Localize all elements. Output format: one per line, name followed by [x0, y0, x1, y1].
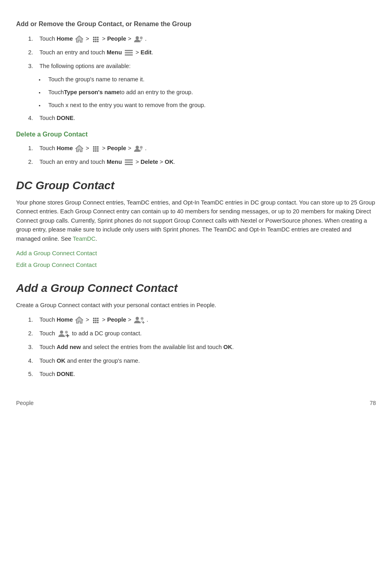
svg-point-30 [97, 318, 99, 319]
step-2-touch-entry-edit: 2. Touch an entry and touch Menu > Edit. [28, 48, 376, 57]
home-icon [75, 35, 83, 43]
svg-rect-11 [125, 50, 133, 51]
svg-point-7 [95, 41, 97, 42]
dc-people-icon [134, 316, 146, 324]
people-icon [134, 35, 144, 43]
add-gc-step-3: 3. Touch Add new and select the entries … [28, 343, 376, 352]
home-icon-2 [75, 145, 83, 152]
svg-point-9 [136, 36, 139, 39]
add-gc-step-2: 2. Touch to add a DC group contact. [28, 329, 376, 338]
svg-point-42 [65, 331, 68, 333]
svg-point-18 [95, 148, 97, 150]
bullet-add-entry: Touch Type person's name to add an entry… [39, 88, 376, 97]
bullet-remove-entry: Touch x next to the entry you want to re… [39, 101, 376, 110]
apps-icon-2 [92, 145, 100, 152]
svg-point-22 [97, 150, 99, 152]
svg-point-10 [140, 37, 143, 39]
dc-intro-text: Your phone stores Group Connect entries,… [16, 198, 376, 243]
svg-point-41 [60, 331, 63, 334]
svg-point-31 [93, 320, 95, 321]
svg-point-20 [93, 150, 95, 152]
section-title-dc-group: DC Group Contact [16, 177, 376, 194]
svg-point-4 [95, 39, 97, 40]
section-title-add-remove: Add or Remove the Group Contact, or Rena… [16, 19, 376, 29]
svg-rect-26 [125, 162, 133, 163]
svg-point-0 [93, 37, 95, 38]
people-icon-2 [134, 145, 144, 153]
svg-point-5 [97, 39, 99, 40]
add-gc-step-1: 1. Touch Home > > People > [28, 316, 376, 324]
bullet-list-step3: Touch the group's name to rename it. Tou… [16, 75, 376, 110]
link-add-group-connect[interactable]: Add a Group Connect Contact [16, 249, 376, 258]
apps-icon-3 [92, 316, 100, 324]
svg-point-3 [93, 39, 95, 40]
step-1-home-people: 1. Touch Home > > People > [28, 35, 376, 43]
add-gc-step-4: 4. Touch OK and enter the group's name. [28, 357, 376, 366]
apps-icon [92, 35, 100, 43]
svg-point-21 [95, 150, 97, 152]
svg-point-6 [93, 41, 95, 42]
svg-point-37 [136, 317, 139, 320]
svg-point-14 [93, 146, 95, 148]
delete-step-1: 1. Touch Home > > People > [28, 144, 376, 153]
svg-rect-12 [125, 52, 133, 53]
teamdc-link[interactable]: TeamDC [73, 236, 95, 242]
svg-point-8 [97, 41, 99, 42]
svg-point-29 [95, 318, 97, 319]
svg-point-2 [97, 37, 99, 38]
add-gc-intro: Create a Group Connect contact with your… [16, 301, 376, 310]
svg-point-36 [97, 322, 99, 323]
menu-icon [124, 49, 133, 56]
delete-step-2: 2. Touch an entry and touch Menu > Delet… [28, 158, 376, 167]
svg-point-24 [140, 146, 143, 149]
svg-point-34 [93, 322, 95, 323]
menu-icon-2 [124, 159, 133, 166]
steps-add-remove: 1. Touch Home > > People > [16, 35, 376, 70]
add-group-connect-link[interactable]: Add a Group Connect Contact [16, 250, 97, 256]
footer-left: People [16, 399, 34, 407]
step-4-done: 4. Touch DONE. [16, 114, 376, 123]
svg-point-38 [141, 317, 144, 320]
svg-point-35 [95, 322, 97, 323]
section-title-add-gc: Add a Group Connect Contact [16, 280, 376, 297]
svg-point-19 [97, 148, 99, 150]
link-edit-group-connect[interactable]: Edit a Group Connect Contact [16, 260, 376, 270]
svg-point-32 [95, 320, 97, 321]
bullet-rename: Touch the group's name to rename it. [39, 75, 376, 84]
svg-point-23 [136, 146, 139, 149]
add-dc-group-icon [58, 329, 69, 338]
home-icon-3 [75, 316, 83, 324]
svg-rect-25 [125, 159, 133, 161]
svg-point-1 [95, 37, 97, 38]
add-gc-step-5: 5. Touch DONE. [28, 370, 376, 379]
svg-rect-27 [125, 164, 133, 165]
step-3-following-options: 3. The following options are available: [28, 62, 376, 71]
footer-page-number: 78 [369, 399, 376, 407]
steps-delete: 1. Touch Home > > People > [16, 144, 376, 167]
svg-point-28 [93, 318, 95, 319]
svg-point-15 [95, 146, 97, 148]
edit-group-connect-link[interactable]: Edit a Group Connect Contact [16, 261, 97, 268]
section-title-delete: Delete a Group Contact [16, 130, 376, 139]
svg-point-33 [97, 320, 99, 321]
svg-point-17 [93, 148, 95, 150]
svg-rect-13 [125, 54, 133, 56]
svg-point-16 [97, 146, 99, 148]
steps-add-gc: 1. Touch Home > > People > [16, 316, 376, 379]
page-footer: People 78 [16, 395, 376, 407]
step-4: 4. Touch DONE. [28, 114, 376, 123]
